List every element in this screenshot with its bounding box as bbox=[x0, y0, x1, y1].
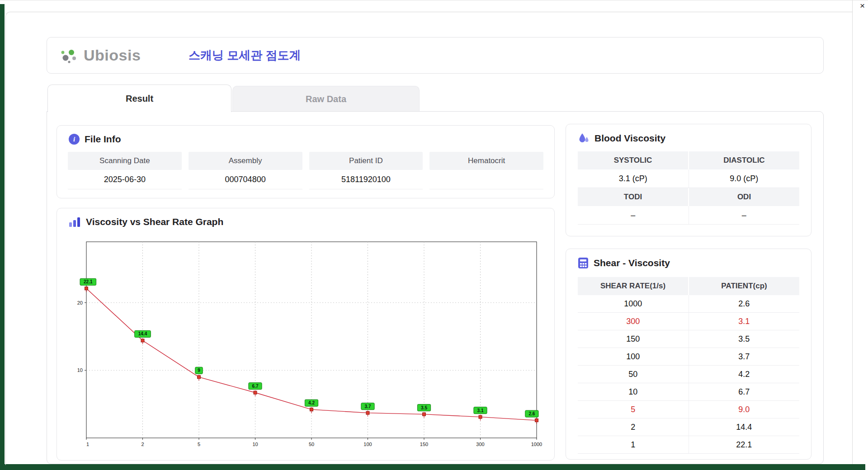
sv-row-10: 106.7 bbox=[578, 383, 799, 401]
close-button[interactable]: × bbox=[860, 1, 865, 10]
window-right-gutter bbox=[852, 0, 868, 464]
svg-text:3.1: 3.1 bbox=[477, 408, 484, 413]
sv-shear-value: 1000 bbox=[578, 295, 689, 312]
sv-row-150: 1503.5 bbox=[578, 330, 799, 348]
x-tick-label: 10 bbox=[252, 442, 258, 447]
x-tick-label: 300 bbox=[476, 442, 484, 447]
sv-row-1: 122.1 bbox=[578, 436, 799, 454]
data-point-marker bbox=[254, 391, 257, 394]
x-tick-label: 5 bbox=[198, 442, 200, 447]
sv-patient-value: 6.7 bbox=[689, 383, 800, 400]
sv-row-100: 1003.7 bbox=[578, 348, 799, 366]
calculator-icon bbox=[578, 257, 589, 269]
bv-value-row: –– bbox=[578, 206, 799, 225]
bv-value-row: 3.1 (cP)9.0 (cP) bbox=[578, 169, 799, 188]
svg-text:3.5: 3.5 bbox=[421, 405, 427, 410]
field-value: 000704800 bbox=[189, 170, 302, 189]
svg-text:3.7: 3.7 bbox=[365, 404, 371, 409]
graph-header: Viscosity vs Shear Rate Graph bbox=[69, 216, 554, 227]
bv-value-diastolic: 9.0 (cP) bbox=[689, 169, 800, 188]
field-label: Scanning Date bbox=[68, 152, 182, 170]
graph-title: Viscosity vs Shear Rate Graph bbox=[86, 216, 223, 227]
sv-patient-value: 22.1 bbox=[689, 436, 800, 453]
sv-shear-value: 2 bbox=[578, 418, 689, 436]
data-point-marker bbox=[198, 376, 201, 379]
svg-text:22.1: 22.1 bbox=[84, 279, 93, 284]
sv-row-5: 59.0 bbox=[578, 401, 799, 418]
bv-label-todi: TODI bbox=[578, 188, 688, 206]
svg-text:4.2: 4.2 bbox=[308, 400, 315, 405]
sv-shear-value: 1 bbox=[578, 436, 689, 453]
shear-viscosity-header: Shear - Viscosity bbox=[578, 257, 811, 269]
sv-column-patient-cp: PATIENT(cp) bbox=[688, 277, 799, 295]
x-tick-label: 1000 bbox=[531, 442, 542, 447]
field-value: 2025-06-30 bbox=[68, 170, 182, 189]
x-tick-label: 100 bbox=[363, 442, 372, 447]
shear-viscosity-title: Shear - Viscosity bbox=[594, 258, 670, 268]
y-tick-label: 20 bbox=[77, 300, 83, 306]
blood-viscosity-title: Blood Viscosity bbox=[594, 133, 665, 144]
sv-shear-value: 150 bbox=[578, 330, 689, 348]
sv-patient-value: 14.4 bbox=[689, 418, 800, 436]
sv-shear-value: 5 bbox=[578, 401, 689, 418]
shear-viscosity-table: SHEAR RATE(1/s)PATIENT(cp)10002.63003.11… bbox=[578, 277, 799, 454]
sv-shear-value: 300 bbox=[578, 313, 689, 330]
file-info-fields: Scanning Date2025-06-30Assembly000704800… bbox=[68, 152, 543, 189]
sv-patient-value: 9.0 bbox=[689, 401, 800, 418]
x-tick-label: 150 bbox=[420, 442, 428, 447]
sv-patient-value: 3.7 bbox=[689, 348, 800, 365]
sv-row-50: 504.2 bbox=[578, 366, 799, 383]
bar-chart-icon bbox=[69, 216, 81, 227]
svg-text:6.7: 6.7 bbox=[252, 384, 259, 389]
graph-card: Viscosity vs Shear Rate Graph 1020125105… bbox=[57, 208, 555, 461]
bv-label-systolic: SYSTOLIC bbox=[578, 151, 688, 169]
app-title: 스캐닝 모세관 점도계 bbox=[189, 47, 301, 63]
file-info-card: i File Info Scanning Date2025-06-30Assem… bbox=[57, 125, 555, 198]
viscosity-chart: 10201251050100150300100022.114.496.74.23… bbox=[68, 237, 547, 456]
shear-viscosity-card: Shear - Viscosity SHEAR RATE(1/s)PATIENT… bbox=[566, 249, 811, 460]
ubiosis-logo: Ubiosis bbox=[59, 47, 162, 64]
info-icon: i bbox=[69, 134, 80, 145]
x-tick-label: 50 bbox=[309, 442, 314, 447]
tab-raw-data[interactable]: Raw Data bbox=[232, 86, 420, 112]
svg-text:14.4: 14.4 bbox=[138, 331, 147, 336]
tab-result[interactable]: Result bbox=[47, 85, 231, 112]
sv-patient-value: 3.5 bbox=[689, 330, 800, 348]
sv-column-shear-rate-1-s: SHEAR RATE(1/s) bbox=[578, 277, 688, 295]
sv-row-2: 214.4 bbox=[578, 418, 799, 436]
sv-header-row: SHEAR RATE(1/s)PATIENT(cp) bbox=[578, 277, 799, 295]
sv-patient-value: 4.2 bbox=[689, 366, 800, 383]
bv-value-systolic: 3.1 (cP) bbox=[578, 169, 689, 188]
viscosity-chart-svg: 10201251050100150300100022.114.496.74.23… bbox=[68, 237, 547, 454]
desktop-edge-bottom bbox=[0, 464, 865, 470]
desktop-edge-left bbox=[0, 4, 5, 470]
bv-label-diastolic: DIASTOLIC bbox=[688, 151, 799, 169]
data-point-marker bbox=[85, 287, 88, 290]
data-point-marker bbox=[423, 413, 426, 416]
bv-label-odi: ODI bbox=[688, 188, 799, 206]
bv-value-odi: – bbox=[689, 206, 800, 224]
file-info-field-scanning-date: Scanning Date2025-06-30 bbox=[68, 152, 182, 189]
ubiosis-logo-icon bbox=[59, 47, 80, 64]
header-card: Ubiosis 스캐닝 모세관 점도계 bbox=[47, 37, 824, 74]
file-info-header: i File Info bbox=[69, 134, 554, 145]
data-point-marker bbox=[479, 415, 482, 418]
svg-text:2.6: 2.6 bbox=[528, 411, 535, 416]
x-tick-label: 1 bbox=[86, 442, 89, 447]
field-value bbox=[429, 170, 543, 189]
bv-label-row: SYSTOLICDIASTOLIC bbox=[578, 151, 799, 169]
data-point-marker bbox=[366, 411, 369, 414]
ubiosis-logo-text: Ubiosis bbox=[84, 47, 141, 64]
sv-shear-value: 100 bbox=[578, 348, 689, 365]
file-info-field-assembly: Assembly000704800 bbox=[189, 152, 302, 189]
data-point-marker bbox=[141, 339, 144, 342]
bv-label-row: TODIODI bbox=[578, 188, 799, 206]
sv-row-300: 3003.1 bbox=[578, 313, 799, 330]
blood-viscosity-card: Blood Viscosity SYSTOLICDIASTOLIC3.1 (cP… bbox=[566, 124, 811, 236]
water-drop-icon bbox=[578, 132, 590, 144]
y-tick-label: 10 bbox=[77, 367, 83, 373]
field-label: Assembly bbox=[189, 152, 302, 170]
data-point-marker bbox=[535, 419, 538, 422]
field-label: Patient ID bbox=[309, 152, 423, 170]
data-point-marker bbox=[310, 408, 313, 411]
